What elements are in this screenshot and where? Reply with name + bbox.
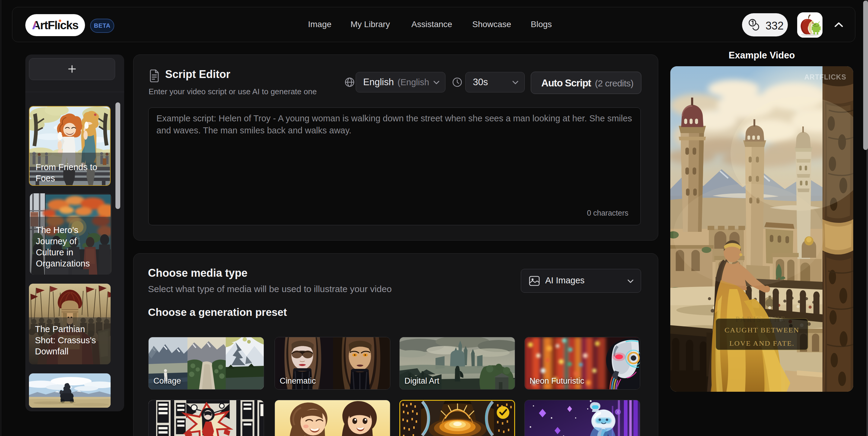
svg-text:CAUGHT BETWEEN: CAUGHT BETWEEN	[724, 326, 799, 334]
svg-text:ARTFLICKS: ARTFLICKS	[804, 73, 846, 81]
svg-text:LOVE AND FATE.: LOVE AND FATE.	[730, 339, 795, 347]
